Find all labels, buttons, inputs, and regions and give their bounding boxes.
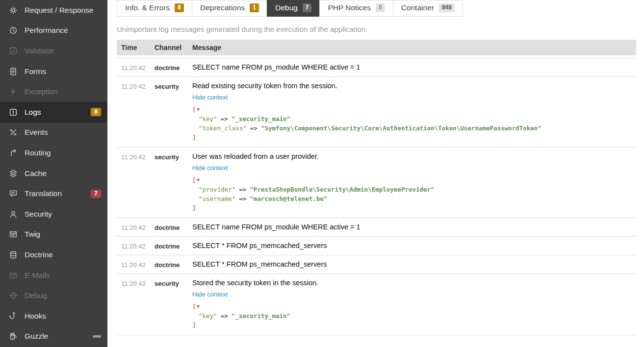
dump-value: "marcosch@telenet.be" bbox=[250, 195, 327, 202]
hide-context-link[interactable]: Hide context bbox=[192, 164, 228, 172]
sidebar-item-label: Debug bbox=[25, 291, 101, 300]
debug-icon bbox=[8, 291, 18, 300]
table-header: Time Channel Message bbox=[117, 40, 636, 55]
logs-panel: Info. & Errors 8 Deprecations 1 Debug 7 … bbox=[107, 0, 644, 347]
sidebar-item-hooks[interactable]: Hooks bbox=[0, 306, 107, 326]
hooks-icon bbox=[8, 311, 18, 321]
guzzle-icon bbox=[8, 331, 18, 341]
log-message: Stored the security token in the session… bbox=[192, 279, 636, 287]
cache-icon bbox=[8, 169, 18, 178]
sidebar-item-forms[interactable]: Forms bbox=[0, 61, 107, 82]
performance-icon bbox=[8, 25, 18, 35]
log-message: SELECT name FROM ps_module WHERE active … bbox=[192, 63, 636, 71]
tab-info-errors[interactable]: Info. & Errors 8 bbox=[117, 0, 192, 17]
sidebar-item-validator: Validator bbox=[0, 41, 107, 61]
sidebar-item-label: E-Mails bbox=[25, 271, 101, 280]
collapse-caret-icon[interactable]: ▼ bbox=[197, 177, 200, 182]
panel-subtitle: Unimportant log messages generated durin… bbox=[117, 25, 636, 33]
tab-debug[interactable]: Debug 7 bbox=[267, 0, 320, 17]
dump-arrow: => bbox=[221, 115, 228, 123]
collapse-caret-icon[interactable]: ▼ bbox=[197, 304, 200, 309]
sidebar-item-cache[interactable]: Cache bbox=[0, 163, 107, 184]
log-channel: doctrine bbox=[155, 260, 192, 269]
sidebar-item-security[interactable]: Security bbox=[0, 204, 107, 224]
dump-key: "token_class" bbox=[199, 124, 247, 132]
column-channel: Channel bbox=[155, 44, 192, 51]
tab-label: Info. & Errors bbox=[125, 3, 170, 12]
log-channel: doctrine bbox=[155, 223, 192, 231]
sidebar-item-translation[interactable]: Translation 7 bbox=[0, 183, 107, 204]
sidebar-item-routing[interactable]: Routing bbox=[0, 143, 107, 163]
tab-count-badge: 8 bbox=[175, 3, 184, 12]
table-row: 11:20:42 security User was reloaded from… bbox=[117, 148, 636, 218]
guzzle-badge-dash bbox=[93, 335, 101, 338]
exception-icon bbox=[8, 87, 18, 97]
context-dump: [▼ "key"=>"_security_main" "token_class"… bbox=[192, 105, 636, 142]
dump-close-bracket: ] bbox=[192, 204, 196, 212]
dump-open-bracket: [ bbox=[192, 303, 196, 310]
profiler-app: Request / Response Performance Validator… bbox=[0, 0, 644, 347]
tab-count-badge: 1 bbox=[250, 3, 259, 12]
routing-icon bbox=[8, 148, 18, 158]
events-icon bbox=[8, 127, 18, 137]
sidebar-item-logs[interactable]: Logs 8 bbox=[0, 102, 107, 123]
collapse-caret-icon[interactable]: ▼ bbox=[197, 107, 200, 112]
sidebar-item-label: Request / Response bbox=[25, 6, 101, 15]
table-row: 11:20:42 doctrine SELECT * FROM ps_memca… bbox=[117, 255, 636, 274]
dump-value: "_security_main" bbox=[232, 312, 290, 320]
table-row: 11:20:42 security Read existing security… bbox=[117, 77, 636, 148]
tab-count-badge: 848 bbox=[439, 3, 455, 12]
log-tabs: Info. & Errors 8 Deprecations 1 Debug 7 … bbox=[117, 0, 636, 17]
tab-deprecations[interactable]: Deprecations 1 bbox=[192, 0, 267, 17]
validator-icon bbox=[8, 46, 18, 56]
twig-icon bbox=[8, 229, 18, 239]
log-time: 11:20:42 bbox=[121, 223, 155, 231]
dump-value: "Symfony\Component\Security\Core\Authent… bbox=[261, 124, 541, 132]
log-message: SELECT * FROM ps_memcached_servers bbox=[192, 242, 636, 249]
sidebar-item-twig[interactable]: Twig bbox=[0, 224, 107, 245]
profiler-sidebar: Request / Response Performance Validator… bbox=[0, 0, 107, 347]
log-time: 11:20:42 bbox=[121, 82, 155, 90]
sidebar-item-doctrine[interactable]: Doctrine bbox=[0, 245, 107, 265]
dump-arrow: => bbox=[239, 186, 246, 193]
dump-value: "_security_main" bbox=[232, 115, 290, 123]
sidebar-item-request-response[interactable]: Request / Response bbox=[0, 0, 107, 21]
dump-value: "PrestaShopBundle\Security\Admin\Employe… bbox=[250, 186, 434, 193]
table-row: 11:20:42 doctrine SELECT name FROM ps_mo… bbox=[117, 218, 636, 237]
table-row: 11:20:43 security Stored the security to… bbox=[117, 274, 636, 335]
sidebar-item-performance[interactable]: Performance bbox=[0, 21, 107, 41]
sidebar-item-guzzle[interactable]: Guzzle bbox=[0, 326, 107, 347]
dump-key: "key" bbox=[199, 312, 217, 320]
sidebar-item-events[interactable]: Events bbox=[0, 123, 107, 143]
log-time: 11:20:42 bbox=[121, 242, 155, 250]
table-row: 11:20:42 doctrine SELECT name FROM ps_mo… bbox=[117, 58, 636, 77]
tab-label: Debug bbox=[275, 3, 298, 12]
log-time: 11:20:42 bbox=[121, 152, 155, 161]
tab-container[interactable]: Container 848 bbox=[393, 0, 463, 17]
log-time: 11:20:42 bbox=[121, 260, 155, 269]
doctrine-icon bbox=[8, 250, 18, 260]
translation-icon bbox=[8, 189, 18, 198]
sidebar-item-label: Hooks bbox=[25, 312, 101, 321]
tab-count-badge: 7 bbox=[303, 3, 312, 12]
tab-label: Container bbox=[401, 3, 434, 12]
hide-context-link[interactable]: Hide context bbox=[192, 94, 228, 101]
sidebar-item-label: Routing bbox=[25, 149, 101, 157]
hide-context-link[interactable]: Hide context bbox=[192, 291, 228, 298]
column-message: Message bbox=[192, 44, 636, 51]
forms-icon bbox=[8, 67, 18, 76]
log-channel: doctrine bbox=[155, 63, 192, 72]
log-message: SELECT name FROM ps_module WHERE active … bbox=[192, 223, 636, 231]
dump-open-bracket: [ bbox=[192, 106, 196, 113]
tab-php-notices[interactable]: PHP Notices 0 bbox=[319, 0, 393, 17]
sidebar-item-label: Cache bbox=[25, 169, 101, 178]
column-time: Time bbox=[121, 44, 155, 51]
context-dump: [▼ "key"=>"_security_main" ] bbox=[192, 302, 636, 330]
sidebar-item-debug: Debug bbox=[0, 285, 107, 306]
dump-key: "provider" bbox=[199, 186, 235, 193]
sidebar-item-label: Forms bbox=[25, 67, 101, 76]
table-row: 11:20:42 doctrine SELECT * FROM ps_memca… bbox=[117, 237, 636, 255]
log-table: Time Channel Message 11:20:42 doctrine S… bbox=[117, 40, 636, 335]
security-icon bbox=[8, 209, 18, 219]
sidebar-item-label: Twig bbox=[25, 230, 101, 239]
